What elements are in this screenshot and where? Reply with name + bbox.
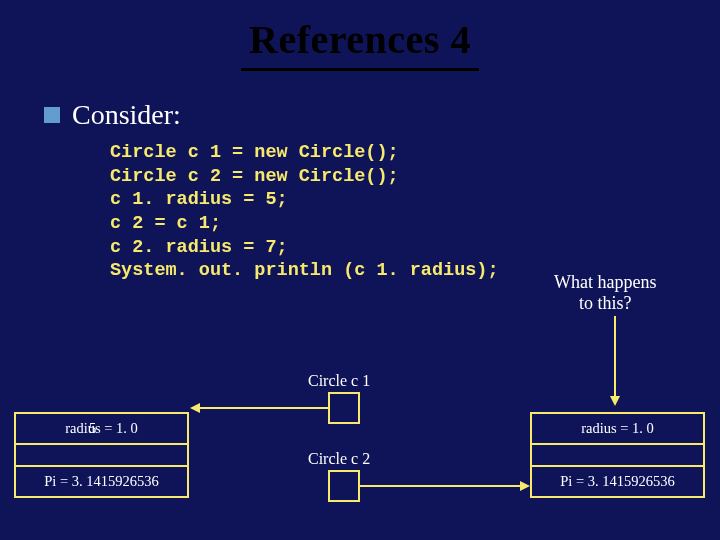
what-happens-text: What happens to this? (554, 272, 656, 313)
right-radius-cell: radius = 1. 0 (532, 414, 703, 443)
bullet-row: Consider: (44, 99, 720, 131)
what-happens-line2: to this? (579, 293, 632, 313)
what-happens-line1: What happens (554, 272, 656, 292)
label-c1: Circle c 1 (308, 372, 370, 390)
object-box-right: radius = 1. 0 Pi = 3. 1415926536 (530, 412, 705, 498)
arrow-down-icon (610, 396, 620, 406)
left-gap (16, 443, 187, 465)
right-gap (532, 443, 703, 465)
arrow-c1-to-left (199, 407, 328, 409)
square-bullet-icon (44, 107, 60, 123)
consider-label: Consider: (72, 99, 181, 131)
pointer-box-c1 (328, 392, 360, 424)
right-pi-cell: Pi = 3. 1415926536 (532, 465, 703, 496)
label-c2: Circle c 2 (308, 450, 370, 468)
arrow-to-right-object (614, 316, 616, 398)
arrow-left-icon (190, 403, 200, 413)
slide-title: References 4 (241, 18, 479, 71)
left-radius-value: radius = 1. 0 (65, 420, 138, 436)
arrow-c2-to-right (360, 485, 520, 487)
left-radius-cell: radius = 1. 0 5 (16, 414, 187, 443)
code-block: Circle c 1 = new Circle(); Circle c 2 = … (110, 141, 720, 283)
pointer-box-c2 (328, 470, 360, 502)
left-pi-cell: Pi = 3. 1415926536 (16, 465, 187, 496)
object-box-left: radius = 1. 0 5 Pi = 3. 1415926536 (14, 412, 189, 498)
left-radius-overlay: 5 (89, 420, 96, 437)
arrow-right-icon (520, 481, 530, 491)
